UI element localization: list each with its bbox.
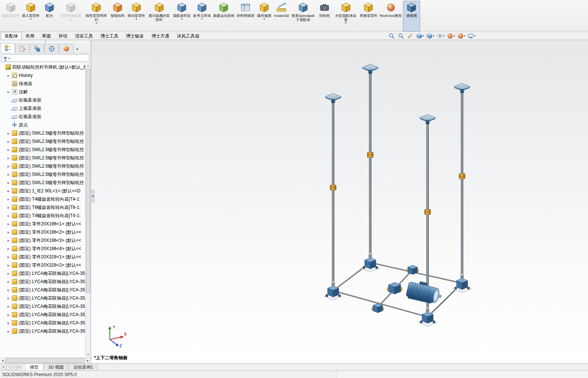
tree-expand-arrow[interactable] [7,132,12,135]
tree-expand-arrow[interactable] [7,90,12,94]
tree-horizontal-scrollbar[interactable] [0,357,91,363]
graphics-viewport[interactable]: Y X Z *上下二等角轴测 [91,40,588,363]
tree-item[interactable]: 传感器 [0,80,85,88]
tree-item[interactable]: (固定) SWL2.5螺母升降型蜗轮丝 [0,170,85,178]
replace-components[interactable]: 替换零部件 [359,1,379,32]
new-motion-study[interactable]: 新建运动算例 [212,1,236,32]
panel-expand-arrow[interactable] [73,44,81,53]
worm-gearbox-left[interactable] [323,281,343,300]
edit-component[interactable]: 编辑零部件 [1,1,21,32]
tree-expand-arrow[interactable] [7,165,12,168]
insert-component[interactable]: 插入零部件 [21,1,41,32]
component-preview[interactable]: 零部件预览窗口 [58,1,84,32]
tree-expand-arrow[interactable] [7,214,12,218]
tree-expand-arrow[interactable] [7,74,12,77]
tree-item[interactable]: (固定) 零件20X196<2> (默认<< [0,228,85,236]
tree-expand-arrow[interactable] [7,313,12,316]
screw-jack-column-back[interactable] [362,64,379,257]
move-component[interactable]: 移动零部件 [126,1,147,32]
tree-item[interactable]: (固定) T6螺旋齿轮转向器[T6-1: [0,203,85,212]
hscroll-thumb[interactable] [6,358,85,363]
dimxpertmanager-tab[interactable] [44,44,59,53]
scroll-tabs-last[interactable] [17,365,22,370]
tree-item[interactable]: (固定) 零件20X196<4> (默认<< [0,244,85,253]
tree-item[interactable]: 右视基准面 [0,112,85,121]
tree-expand-arrow[interactable] [7,148,12,152]
section-view-icon[interactable] [407,32,414,39]
tree-item[interactable]: (固定) 零件20X196<1> (默认<< [0,220,85,228]
tree-item[interactable]: (固定) LYCA梅花联轴器[LYCA-35 [0,269,85,278]
scroll-tabs-prev[interactable] [6,365,11,370]
tree-item[interactable]: (固定) LYCA梅花联轴器[LYCA-35 [0,302,85,310]
command-tab[interactable]: 沐风工具箱 [173,32,203,40]
show-hidden-components[interactable]: 显示隐藏的零部件 [147,1,172,32]
tree-expand-arrow[interactable] [7,297,12,300]
tree-expand-arrow[interactable] [7,173,12,176]
tree-item[interactable]: (固定) LYCA梅花联轴器[LYCA-35 [0,294,85,302]
tree-expand-arrow[interactable] [7,288,12,292]
worm-gearbox-back[interactable] [361,253,380,272]
propertymanager-tab[interactable] [15,44,30,53]
tree-item[interactable]: (固定) SWL2.5螺母升降型蜗轮丝 [0,137,85,146]
worm-gearbox-right[interactable] [452,274,472,293]
tree-item[interactable]: (固定) 1_IE2 90L<1> (默认<<D [0,187,85,195]
tree-item[interactable]: (固定) SWL2.5螺母升降型蜗轮丝 [0,178,85,187]
tree-expand-arrow[interactable] [7,222,12,226]
tree-expand-arrow[interactable] [7,305,12,308]
tree-item[interactable]: (固定) 零件20X328<2> (默认<< [0,261,85,269]
document-tab[interactable]: 运动算例1 [69,364,98,370]
assembly-model-3d[interactable] [91,40,588,363]
tree-expand-arrow[interactable] [7,321,12,325]
tree-item[interactable]: (固定) LYCA梅花联轴器[LYCA-35 [0,286,85,294]
bom-table[interactable]: 材料明细表 [236,1,256,32]
panel-collapse-handle[interactable] [91,190,94,202]
scroll-right-icon[interactable] [85,358,91,363]
tree-item[interactable]: 注解 [0,88,85,96]
scroll-up-icon[interactable] [85,63,91,69]
screw-jack-column-left[interactable] [325,93,341,284]
scroll-tabs-next[interactable] [12,365,16,370]
tree-item[interactable]: (固定) LYCA梅花联轴器[LYCA-35 [0,327,85,335]
command-tab[interactable]: 装配体 [1,32,22,40]
tree-item[interactable]: (固定) LYCA梅花联轴器[LYCA-35 [0,310,85,319]
tree-expand-arrow[interactable] [7,272,12,275]
displaymanager-tab[interactable] [59,44,73,53]
perspective[interactable]: 透视图 [403,1,420,32]
tree-item[interactable]: (固定) T4螺旋齿轮转向器[T4-1: [0,195,85,203]
command-tab[interactable]: 布局 [22,32,38,40]
tree-vertical-scrollbar[interactable] [85,63,91,357]
command-tab[interactable]: 博士钣金 [122,32,148,40]
tree-item[interactable]: 上视基准面 [0,104,85,112]
tree-item[interactable]: 四联动蜗轮丝杆升降机 (默认<默认_显 [0,63,85,71]
command-tab[interactable]: 渲染工具 [71,32,97,40]
command-tab[interactable]: 博士方通 [148,32,173,40]
command-tab[interactable]: 博士工具 [97,32,122,40]
update-speedpak[interactable]: 更新Speedpak子装配体 [290,1,316,32]
tree-item[interactable]: (固定) SWL2.5螺母升降型蜗轮丝 [0,162,85,170]
tree-expand-arrow[interactable] [7,140,12,143]
tree-expand-arrow[interactable] [7,181,12,184]
hide-show-items-icon[interactable] [437,32,445,39]
scroll-left-icon[interactable] [0,358,6,363]
mate[interactable]: 配合 [41,1,58,32]
scroll-tabs-first[interactable] [1,365,6,370]
smart-fasteners[interactable]: 智能扣件 [109,1,126,32]
tree-item[interactable]: (固定) SWL2.5螺母升降型蜗轮丝 [0,154,85,162]
screw-jack-column-right[interactable] [454,83,470,277]
tree-expand-arrow[interactable] [7,156,12,160]
tree-expand-arrow[interactable] [7,247,12,250]
view-settings-icon[interactable] [468,32,476,39]
tree-expand-arrow[interactable] [7,198,12,201]
tree-expand-arrow[interactable] [7,206,12,209]
instant3d[interactable]: Instant3D [273,1,290,32]
tree-expand-arrow[interactable] [7,264,12,267]
tree-item[interactable]: (固定) LYCA梅花联轴器[LYCA-35 [0,319,85,327]
edit-appearance-icon[interactable] [447,32,455,39]
scroll-thumb[interactable] [86,69,90,293]
tree-item[interactable]: (固定) 零件20X328<1> (默认<< [0,253,85,261]
tree-item[interactable]: (固定) T4螺旋齿轮转向器[T4-1: [0,212,85,220]
tree-item[interactable]: 前视基准面 [0,96,85,104]
apply-scene-icon[interactable] [458,32,465,39]
configurationmanager-tab[interactable] [30,44,44,53]
document-tab[interactable]: 3D 视图 [43,364,69,370]
